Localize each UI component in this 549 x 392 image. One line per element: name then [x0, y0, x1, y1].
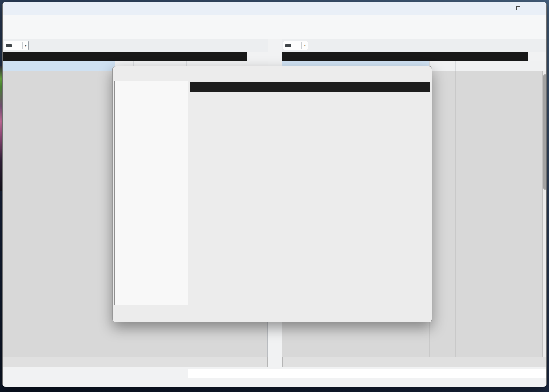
settings-dialog [112, 66, 432, 322]
settings-page-header [190, 82, 430, 92]
column-header-name[interactable] [3, 61, 115, 71]
dialog-title-bar[interactable] [113, 66, 432, 80]
function-key-bar [4, 380, 545, 387]
scrollbar-thumb[interactable] [543, 74, 547, 190]
dialog-close-button[interactable] [416, 67, 429, 79]
close-button[interactable] [528, 2, 546, 15]
window-controls [491, 2, 546, 15]
left-drive-combo[interactable]: ▾ [4, 41, 29, 50]
column-header-type[interactable] [429, 61, 455, 71]
left-path-bar[interactable] [3, 52, 247, 61]
left-status-bar [3, 357, 268, 367]
app-icon [12, 5, 19, 12]
right-status-bar [282, 357, 547, 367]
right-path-bar[interactable] [282, 52, 528, 61]
right-panel-scrollbar[interactable] [542, 71, 547, 357]
menu-bar [3, 15, 546, 27]
minimize-button[interactable] [491, 2, 509, 15]
chevron-down-icon: ▾ [301, 42, 306, 49]
maximize-icon [516, 6, 520, 10]
column-header-attr[interactable] [528, 61, 547, 71]
column-header-size[interactable] [455, 61, 482, 71]
right-drive-combo[interactable]: ▾ [283, 41, 308, 50]
chevron-down-icon: ▾ [22, 42, 27, 49]
app-icon [117, 70, 124, 77]
left-drive-bar: ▾ [3, 39, 268, 52]
column-header-date[interactable] [482, 61, 528, 71]
title-bar[interactable] [3, 2, 546, 15]
settings-category-list[interactable] [114, 81, 188, 305]
main-toolbar [3, 27, 546, 39]
command-input[interactable] [188, 369, 547, 378]
command-line-row [3, 367, 546, 380]
right-drive-bar: ▾ [282, 39, 547, 52]
drive-icon [6, 44, 12, 47]
total-commander-window: ▾ ▾ [2, 2, 547, 387]
maximize-button[interactable] [509, 2, 528, 15]
drive-icon [285, 44, 291, 47]
